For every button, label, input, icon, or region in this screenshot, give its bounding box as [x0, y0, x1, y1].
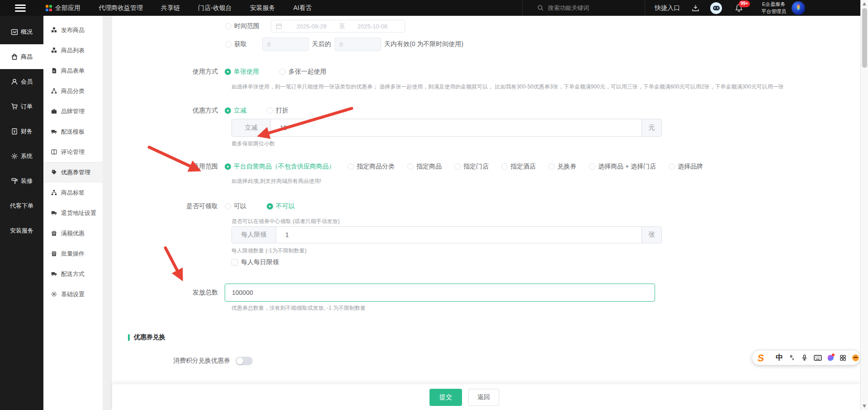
- download-icon[interactable]: [692, 4, 699, 12]
- scope-option-goods-plus-store[interactable]: 选择商品 + 选择门店: [589, 163, 656, 171]
- claimable-no-option[interactable]: 不可以: [267, 202, 295, 210]
- total-issued-input[interactable]: [225, 284, 655, 302]
- sidebar-item-system[interactable]: 系统: [0, 144, 43, 168]
- scope-voucher-radio[interactable]: [548, 163, 555, 170]
- sidebar-item-overview[interactable]: 概况: [0, 19, 43, 44]
- radio-option-label[interactable]: 兑换券: [557, 163, 576, 171]
- submit-button[interactable]: 提交: [429, 389, 462, 406]
- sidebar-item-orders[interactable]: 订单: [0, 94, 43, 119]
- discount-percent-option[interactable]: 打折: [267, 107, 288, 115]
- submenu-item-delivery-method[interactable]: 配送方式: [43, 264, 103, 284]
- usage-single-option[interactable]: 单张使用: [225, 68, 259, 76]
- scope-option-category[interactable]: 指定商品分类: [348, 163, 395, 171]
- ime-skin-ai-icon[interactable]: [828, 355, 834, 361]
- time-range-radio-label[interactable]: 时间范围: [234, 22, 259, 30]
- submenu-item-publish-goods[interactable]: 发布商品: [43, 20, 103, 40]
- radio-option-label[interactable]: 指定门店: [463, 163, 489, 171]
- radio-option-label[interactable]: 多张一起使用: [288, 68, 326, 76]
- submenu-item-coupon-mgmt[interactable]: 优惠券管理: [43, 162, 103, 182]
- submenu-item-comment-mgmt[interactable]: 评论管理: [43, 142, 103, 162]
- topbar-item-agent-revenue[interactable]: 代理商收益管理: [99, 4, 143, 12]
- quick-entry-link[interactable]: 快捷入口: [655, 4, 680, 12]
- scope-option-goods[interactable]: 指定商品: [407, 163, 442, 171]
- time-range-radio[interactable]: [225, 23, 231, 29]
- submenu-item-goods-list[interactable]: 商品列表: [43, 40, 103, 61]
- sidebar-item-goods[interactable]: 商品: [0, 44, 43, 69]
- submenu-item-goods-form[interactable]: 商品表单: [43, 61, 103, 81]
- submenu-item-batch-ops[interactable]: 批量操作: [43, 243, 103, 264]
- sidebar-item-proxy-order[interactable]: 代客下单: [0, 193, 43, 218]
- hamburger-menu-icon[interactable]: [15, 5, 26, 12]
- ime-toolbox-grid-icon[interactable]: [840, 354, 846, 361]
- scope-hotel-radio[interactable]: [501, 163, 508, 170]
- sidebar-item-install-service[interactable]: 安装服务: [0, 218, 43, 243]
- radio-option-label[interactable]: 平台自营商品（不包含供应商商品）: [234, 163, 335, 171]
- usage-single-radio[interactable]: [225, 69, 231, 75]
- radio-option-label[interactable]: 选择商品 + 选择门店: [598, 163, 656, 171]
- submenu-item-goods-category[interactable]: 商品分类: [43, 81, 103, 101]
- scope-option-voucher[interactable]: 兑换券: [548, 163, 576, 171]
- usage-multiple-option[interactable]: 多张一起使用: [279, 68, 326, 76]
- scope-option-hotel[interactable]: 指定酒店: [501, 163, 536, 171]
- radio-option-label[interactable]: 指定商品分类: [357, 163, 395, 171]
- ime-punctuation-icon[interactable]: [789, 354, 795, 361]
- scope-category-radio[interactable]: [348, 163, 354, 170]
- topbar-item-share-chain[interactable]: 共享链: [161, 4, 180, 12]
- days-after-input[interactable]: [262, 37, 309, 51]
- ime-language-mode[interactable]: 中: [776, 353, 783, 363]
- assistant-robot-icon[interactable]: [710, 2, 722, 14]
- days-valid-input[interactable]: [335, 37, 381, 51]
- claimable-no-radio[interactable]: [267, 203, 273, 210]
- topbar-item-install-service[interactable]: 安装服务: [250, 4, 275, 12]
- topbar-item-ai-tongue[interactable]: AI看舌: [293, 4, 312, 12]
- ime-emoji-icon[interactable]: [852, 354, 859, 361]
- scope-platform-radio[interactable]: [225, 163, 231, 170]
- radio-option-label[interactable]: 可以: [234, 202, 246, 210]
- scope-brand-radio[interactable]: [669, 163, 675, 170]
- scrollbar-up-arrow[interactable]: [863, 2, 866, 5]
- daily-limit-checkbox[interactable]: [231, 259, 238, 266]
- account-info[interactable]: E企盈服务 平台管理员: [761, 1, 786, 15]
- discount-reduce-radio[interactable]: [225, 107, 231, 114]
- radio-option-label[interactable]: 立减: [234, 107, 246, 115]
- scope-option-brand[interactable]: 选择品牌: [669, 163, 703, 171]
- scope-option-store[interactable]: 指定门店: [454, 163, 489, 171]
- radio-option-label[interactable]: 指定酒店: [510, 163, 536, 171]
- notifications-button[interactable]: 99+: [735, 4, 743, 12]
- radio-option-label[interactable]: 单张使用: [234, 68, 259, 76]
- topbar-item-all-apps[interactable]: 全部应用: [46, 4, 80, 12]
- claimable-yes-option[interactable]: 可以: [225, 202, 246, 210]
- submenu-item-full-discount[interactable]: 满额优惠: [43, 223, 103, 243]
- sidebar-item-finance[interactable]: 财务: [0, 119, 43, 144]
- submenu-item-delivery-template[interactable]: 配送模板: [43, 121, 103, 142]
- acquire-days-radio[interactable]: [225, 41, 231, 47]
- claimable-yes-radio[interactable]: [225, 203, 231, 210]
- per-person-limit-input[interactable]: [276, 227, 642, 243]
- usage-multiple-radio[interactable]: [279, 69, 286, 75]
- discount-amount-input[interactable]: [271, 119, 642, 136]
- submenu-item-goods-tags[interactable]: 商品标签: [43, 182, 103, 203]
- search-box[interactable]: 搜索功能关键词: [522, 0, 645, 16]
- discount-percent-radio[interactable]: [267, 107, 273, 114]
- scope-goods-radio[interactable]: [407, 163, 414, 170]
- daily-limit-checkbox-label[interactable]: 每人每日限领: [241, 258, 279, 266]
- ime-mic-icon[interactable]: [801, 354, 808, 361]
- avatar[interactable]: [792, 1, 805, 15]
- scope-option-platform[interactable]: 平台自营商品（不包含供应商商品）: [225, 163, 335, 171]
- sidebar-item-members[interactable]: 会员: [0, 69, 43, 94]
- sidebar-item-decorate[interactable]: 装修: [0, 168, 43, 193]
- back-button[interactable]: 返回: [468, 389, 499, 406]
- topbar-item-store-cashier[interactable]: 门店-收银台: [198, 4, 232, 12]
- discount-reduce-option[interactable]: 立减: [225, 107, 246, 115]
- scrollbar-thumb[interactable]: [862, 8, 867, 68]
- submenu-item-brand-mgmt[interactable]: 品牌管理: [43, 101, 103, 121]
- radio-option-label[interactable]: 指定商品: [416, 163, 442, 171]
- radio-option-label[interactable]: 打折: [276, 107, 288, 115]
- submenu-item-return-address[interactable]: 退货地址设置: [43, 203, 103, 223]
- sogou-logo[interactable]: S: [757, 353, 764, 363]
- scrollbar-down-arrow[interactable]: [863, 405, 866, 408]
- radio-option-label[interactable]: 不可以: [276, 202, 295, 210]
- vertical-scrollbar[interactable]: [860, 0, 868, 410]
- points-exchange-toggle[interactable]: [236, 357, 253, 365]
- ime-keyboard-icon[interactable]: [814, 354, 822, 361]
